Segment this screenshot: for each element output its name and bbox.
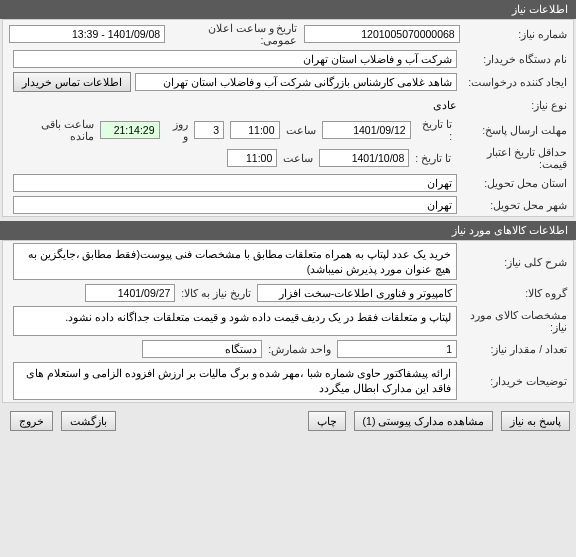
qty-field: 1	[337, 340, 457, 358]
goods-spec-label: مشخصات کالای مورد نیاز:	[457, 309, 567, 333]
need-info-header: اطلاعات نیاز	[0, 0, 576, 19]
reply-date-field: 1401/09/12	[322, 121, 411, 139]
buyer-name-field: شرکت آب و فاضلاب استان تهران	[13, 50, 457, 68]
requester-label: ایجاد کننده درخواست:	[457, 76, 567, 88]
need-type-label: نوع نیاز:	[457, 99, 567, 111]
footer-bar: پاسخ به نیاز مشاهده مدارک پیوستی (1) چاپ…	[0, 407, 576, 435]
days-and-label: روز و	[160, 118, 195, 142]
reply-hour-field: 11:00	[230, 121, 280, 139]
goods-group-field: کامپیوتر و فناوری اطلاعات-سخت افزار	[257, 284, 457, 302]
city-field: تهران	[13, 196, 457, 214]
province-field: تهران	[13, 174, 457, 192]
hour-label-2: ساعت	[277, 152, 319, 164]
attachments-button[interactable]: مشاهده مدارک پیوستی (1)	[354, 411, 494, 431]
price-valid-label: حداقل تاریخ اعتبار قیمت:	[457, 146, 567, 170]
goods-spec-field: لپتاپ و متعلقات فقط در یک ردیف قیمت داده…	[13, 306, 457, 336]
days-left-field: 3	[194, 121, 224, 139]
province-label: استان محل تحویل:	[457, 177, 567, 189]
reply-deadline-label: مهلت ارسال پاسخ:	[458, 124, 567, 136]
price-valid-date-field: 1401/10/08	[319, 149, 409, 167]
need-desc-field: خرید یک عدد لپتاپ به همراه متعلقات مطابق…	[13, 243, 457, 280]
reply-button[interactable]: پاسخ به نیاز	[501, 411, 570, 431]
need-info-panel: شماره نیاز: 1201005070000068 تاریخ و ساع…	[2, 19, 574, 217]
buyer-name-label: نام دستگاه خریدار:	[457, 53, 567, 65]
price-valid-hour-field: 11:00	[227, 149, 277, 167]
buyer-notes-label: توضیحات خریدار:	[457, 375, 567, 387]
unit-field: دستگاه	[142, 340, 262, 358]
exit-button[interactable]: خروج	[10, 411, 53, 431]
requester-field: شاهد غلامی کارشناس بازرگانی شرکت آب و فا…	[135, 73, 457, 91]
buyer-notes-field: ارائه پیشفاکتور حاوی شماره شبا ،مهر شده …	[13, 362, 457, 399]
back-button[interactable]: بازگشت	[61, 411, 116, 431]
need-by-date-field: 1401/09/27	[85, 284, 175, 302]
unit-label: واحد شمارش:	[262, 343, 337, 355]
hours-remain-label: ساعت باقی مانده	[9, 118, 100, 142]
need-type-value: عادی	[433, 99, 457, 112]
hour-label-1: ساعت	[280, 124, 322, 136]
need-desc-label: شرح کلی نیاز:	[457, 256, 567, 268]
announce-dt-field: 1401/09/08 - 13:39	[9, 25, 165, 43]
goods-info-header: اطلاعات کالاهای مورد نیاز	[0, 221, 576, 240]
time-left-field: 21:14:29	[100, 121, 159, 139]
to-date-label-1: تا تاریخ :	[411, 118, 458, 142]
need-number-label: شماره نیاز:	[460, 28, 567, 40]
goods-group-label: گروه کالا:	[457, 287, 567, 299]
city-label: شهر محل تحویل:	[457, 199, 567, 211]
buyer-contact-button[interactable]: اطلاعات تماس خریدار	[13, 72, 131, 92]
goods-info-panel: شرح کلی نیاز: خرید یک عدد لپتاپ به همراه…	[2, 240, 574, 403]
qty-label: تعداد / مقدار نیاز:	[457, 343, 567, 355]
need-number-field: 1201005070000068	[304, 25, 460, 43]
print-button[interactable]: چاپ	[308, 411, 346, 431]
need-by-date-label: تاریخ نیاز به کالا:	[175, 287, 257, 299]
to-date-label-2: تا تاریخ :	[409, 152, 457, 164]
announce-dt-label: تاریخ و ساعت اعلان عمومی:	[165, 22, 303, 46]
